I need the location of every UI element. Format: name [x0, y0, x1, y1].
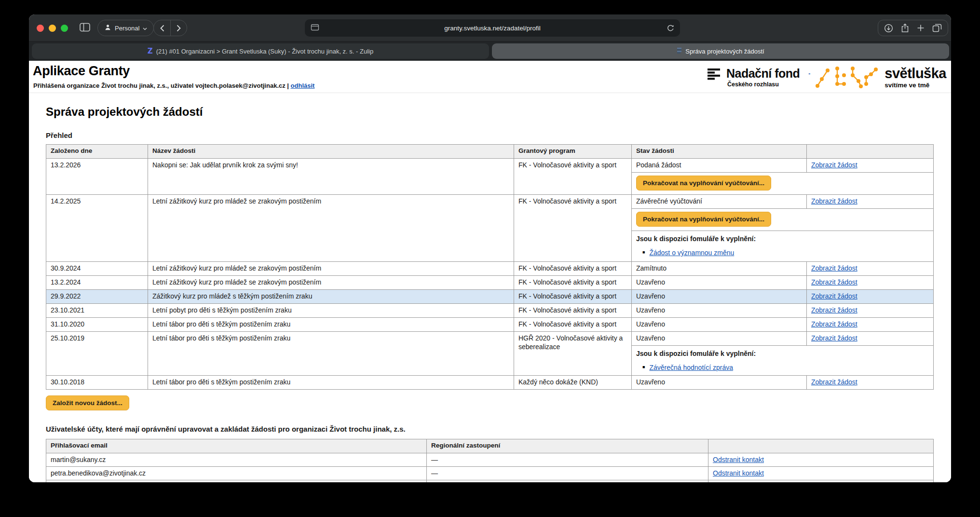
table-row: 13.2.2026 Nakopni se: Jak udělat prvník …	[46, 159, 934, 173]
address-bar[interactable]: granty.svetluska.net/zadatel/profil	[305, 19, 680, 37]
continue-settlement-button[interactable]: Pokračovat na vyplňování vyúčtování...	[636, 212, 771, 227]
page-settings-icon[interactable]	[311, 24, 319, 33]
form-list-item: ■ Žádost o významnou změnu	[642, 248, 929, 257]
chevron-down-icon	[143, 25, 147, 32]
accounts-table: Přihlašovací email Regionální zastoupení…	[46, 439, 934, 482]
header-divider	[29, 93, 951, 93]
cell-name: Zážitkový kurz pro mládež s těžkým posti…	[148, 290, 514, 304]
cell-status: Uzavřeno	[632, 276, 807, 290]
cell-date: 29.9.2022	[46, 290, 148, 304]
minimize-window-button[interactable]	[49, 25, 56, 32]
tab-overview-button[interactable]	[932, 24, 942, 32]
share-button[interactable]	[901, 23, 909, 33]
logout-link[interactable]: odhlásit	[291, 82, 315, 89]
table-row: 30.9.2024 Letní zážitkový kurz pro mláde…	[46, 262, 934, 276]
cell-email: martin@sukany.cz	[46, 453, 427, 467]
downloads-button[interactable]	[884, 24, 893, 33]
cell-program: FK - Volnočasové aktivity a sport	[514, 159, 632, 195]
view-application-link[interactable]: Zobrazit žádost	[811, 278, 858, 286]
view-application-link[interactable]: Zobrazit žádost	[811, 197, 858, 205]
table-row: 13.2.2024 Letní zážitkový kurz pro mláde…	[46, 276, 934, 290]
close-window-button[interactable]	[37, 25, 44, 32]
view-application-link[interactable]: Zobrazit žádost	[811, 264, 858, 272]
view-application-link[interactable]: Zobrazit žádost	[811, 292, 858, 300]
bullet-icon: ■	[642, 250, 645, 256]
page-title: Správa projektových žádostí	[46, 105, 933, 119]
cell-status: Podaná žádost	[632, 159, 807, 173]
form-link[interactable]: Závěrečná hodnotící zpráva	[649, 363, 733, 372]
cell-date: 30.10.2018	[46, 376, 148, 390]
remove-contact-link[interactable]: Odstranit kontakt	[713, 456, 764, 463]
browser-window: Personal granty.svetluska.net/zadatel/pr…	[29, 14, 951, 482]
cell-status: Uzavřeno	[632, 290, 807, 304]
forward-button[interactable]	[170, 20, 187, 36]
svetluska-title: světluška	[885, 67, 946, 81]
view-application-link[interactable]: Zobrazit žádost	[811, 161, 858, 169]
cell-program: Každý něco dokáže (KND)	[514, 376, 632, 390]
cell-name: Letní zážitkový kurz pro mládež se zrako…	[148, 195, 514, 262]
main-content: Správa projektových žádostí Přehled Zalo…	[46, 105, 933, 482]
forms-available-label: Jsou k dispozici fomuláře k vyplnění:	[636, 234, 929, 243]
col-header-date: Založeno dne	[46, 145, 148, 159]
cell-date: 30.9.2024	[46, 262, 148, 276]
cell-name: Nakopni se: Jak udělat prvník krok za sv…	[148, 159, 514, 195]
cell-region: —	[427, 480, 708, 482]
cell-program: FK - Volnočasové aktivity a sport	[514, 290, 632, 304]
col-header-region: Regionální zastoupení	[427, 439, 708, 453]
cell-actions: Zobrazit žádost	[807, 159, 934, 173]
svetluska-logo: světluška svítíme ve tmě	[885, 67, 946, 89]
col-header-name: Název žádosti	[148, 145, 514, 159]
cell-name: Letní zážitkový kurz pro mládež se zrako…	[148, 262, 514, 276]
cell-actions: Zobrazit žádost	[807, 262, 934, 276]
bullet-icon: ■	[642, 365, 645, 370]
view-application-link[interactable]: Zobrazit žádost	[811, 320, 858, 328]
svetluska-constellation-icon	[814, 65, 878, 91]
new-tab-button[interactable]	[917, 24, 925, 32]
table-row: 14.2.2025 Letní zážitkový kurz pro mláde…	[46, 195, 934, 209]
back-arrow-icon	[160, 25, 165, 32]
table-row: 23.10.2021 Letní pobyt pro děti s těžkým…	[46, 304, 934, 318]
view-application-link[interactable]: Zobrazit žádost	[811, 334, 858, 342]
sidebar-toggle-button[interactable]	[76, 20, 94, 36]
reload-icon	[667, 24, 674, 32]
new-application-button[interactable]: Založit novou žádost...	[46, 395, 129, 410]
cell-actions: Zobrazit žádost	[807, 276, 934, 290]
nadacni-fond-subtitle: Českého rozhlasu	[726, 81, 800, 88]
remove-contact-link[interactable]: Odstranit kontakt	[713, 469, 764, 477]
back-button[interactable]	[154, 20, 170, 36]
cell-continue: Pokračovat na vyplňování vyúčtování...	[632, 173, 934, 195]
table-header-row: Založeno dne Název žádosti Grantový prog…	[46, 145, 934, 159]
view-application-link[interactable]: Zobrazit žádost	[811, 306, 858, 314]
reload-button[interactable]	[665, 23, 676, 33]
zoom-window-button[interactable]	[61, 25, 68, 32]
cell-name: Letní tábor pro děti s těžkým postižením…	[148, 318, 514, 332]
view-application-link[interactable]: Zobrazit žádost	[811, 378, 858, 386]
cell-email: petra.benedikova@zivotjinak.cz	[46, 467, 427, 480]
cell-status: Závěrečné vyúčtování	[632, 195, 807, 209]
logo-separator-dash: -	[808, 70, 810, 77]
tab-granty[interactable]: Správa projektových žádostí	[492, 43, 949, 59]
cell-actions: Odstranit kontakt	[708, 467, 934, 480]
cell-name: Letní tábor pro děti s těžkým postižením…	[148, 332, 514, 376]
plus-icon	[917, 24, 925, 32]
forms-available-label: Jsou k dispozici fomuláře k vyplnění:	[636, 349, 929, 358]
cell-name: Letní tábor pro děti s těžkým postižením…	[148, 376, 514, 390]
download-icon	[884, 24, 893, 33]
col-header-actions	[708, 439, 934, 453]
cell-name: Letní zážitkový kurz pro mládež se zrako…	[148, 276, 514, 290]
table-row: vojtech.polasek@zivotjinak.cz —	[46, 480, 934, 482]
table-row: 25.10.2019 Letní tábor pro děti s těžkým…	[46, 332, 934, 346]
cell-status: Zamítnuto	[632, 262, 807, 276]
cell-status: Uzavřeno	[632, 376, 807, 390]
continue-settlement-button[interactable]: Pokračovat na vyplňování vyúčtování...	[636, 176, 771, 190]
cell-email: vojtech.polasek@zivotjinak.cz	[46, 480, 427, 482]
tab-zulip-label: (21) #01 Organizacni > Grant Svetluska (…	[156, 48, 373, 55]
share-icon	[901, 23, 909, 33]
cell-status: Uzavřeno	[632, 332, 807, 346]
zulip-icon: Z	[148, 47, 153, 55]
tab-zulip[interactable]: Z (21) #01 Organizacni > Grant Svetluska…	[32, 43, 489, 59]
form-link[interactable]: Žádost o významnou změnu	[649, 248, 734, 257]
profile-menu-button[interactable]: Personal	[97, 20, 154, 36]
cell-status: Uzavřeno	[632, 304, 807, 318]
window-controls	[37, 14, 68, 41]
